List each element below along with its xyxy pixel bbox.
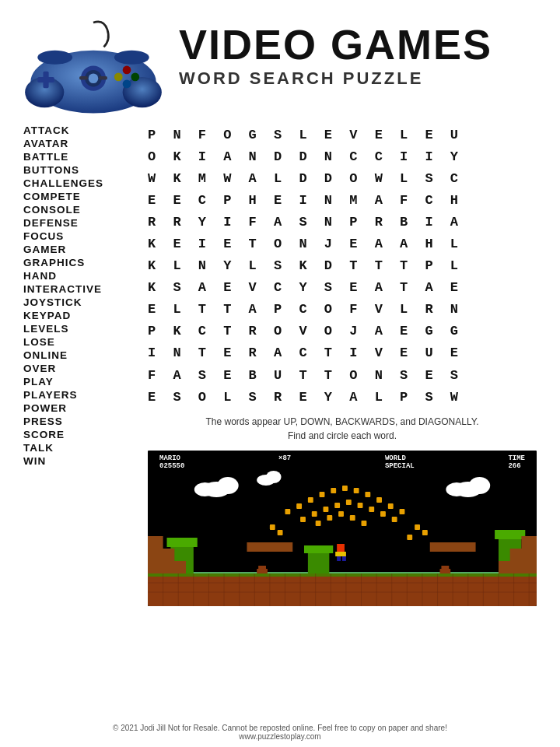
svg-rect-41 — [327, 515, 332, 521]
word-item: BUTTONS — [23, 164, 132, 176]
word-item: PLAYERS — [23, 389, 132, 401]
svg-point-9 — [131, 73, 139, 82]
header: VIDEO GAMES WORD SEARCH PUZZLE — [23, 16, 537, 117]
svg-rect-75 — [342, 556, 346, 561]
word-item: HAND — [23, 270, 132, 282]
svg-rect-32 — [312, 511, 317, 517]
grid-row: K L N Y L S K D T T T P L — [148, 255, 537, 277]
svg-point-14 — [37, 51, 72, 65]
svg-rect-33 — [323, 507, 328, 512]
svg-rect-61 — [521, 536, 537, 549]
svg-rect-23 — [320, 492, 325, 497]
word-item: INTERACTIVE — [23, 283, 132, 295]
word-item: CONSOLE — [23, 204, 132, 216]
word-item: ATTACK — [23, 124, 132, 136]
svg-rect-57 — [148, 549, 174, 561]
word-item: WIN — [23, 455, 132, 467]
grid-row: W K M W A L D D O W L S C — [148, 168, 537, 190]
mario-score: MARIO 025550 — [159, 454, 184, 470]
svg-point-68 — [469, 477, 490, 494]
game-scene: MARIO 025550 ×87 WORLD SPECIAL TIME 266 — [148, 451, 537, 606]
svg-rect-12 — [79, 76, 88, 79]
sub-title: WORD SEARCH PUZZLE — [179, 68, 492, 89]
svg-rect-43 — [350, 515, 355, 521]
svg-rect-55 — [304, 545, 333, 553]
svg-rect-20 — [285, 509, 290, 514]
svg-rect-22 — [308, 497, 313, 503]
svg-rect-39 — [392, 517, 397, 522]
word-item: PLAY — [23, 376, 132, 388]
svg-rect-79 — [439, 569, 450, 573]
word-item: AVATAR — [23, 138, 132, 149]
svg-rect-59 — [499, 561, 537, 573]
svg-point-66 — [194, 482, 215, 496]
word-item: LOSE — [23, 336, 132, 348]
grid-row: O K I A N D D N C C I I Y — [148, 146, 537, 168]
svg-rect-60 — [510, 549, 537, 561]
word-item: FOCUS — [23, 230, 132, 242]
svg-rect-24 — [331, 488, 336, 493]
word-item: BATTLE — [23, 151, 132, 163]
svg-rect-58 — [148, 536, 163, 549]
svg-rect-47 — [415, 524, 420, 530]
svg-point-65 — [217, 477, 238, 494]
svg-rect-29 — [388, 503, 394, 509]
svg-rect-45 — [270, 524, 275, 530]
grid-row: K S A E V C Y S E A T A E — [148, 277, 537, 299]
grid-row: F A S E B U T T O N S E S — [148, 365, 537, 387]
svg-rect-30 — [400, 509, 405, 514]
svg-point-8 — [123, 66, 131, 75]
puzzle-area: P N F O G S L E V E L E UO K I A N D D N… — [148, 124, 537, 606]
svg-rect-19 — [148, 573, 537, 577]
grid-row: R R Y I F A S N P R B I A — [148, 212, 537, 233]
word-search-grid: P N F O G S L E V E L E UO K I A N D D N… — [148, 124, 537, 409]
svg-rect-26 — [354, 488, 359, 493]
word-item: POWER — [23, 402, 132, 414]
main-title: VIDEO GAMES — [179, 23, 492, 65]
svg-point-10 — [123, 79, 131, 88]
svg-rect-37 — [369, 507, 374, 512]
svg-rect-38 — [380, 511, 386, 517]
word-item: COMPETE — [23, 191, 132, 202]
svg-rect-54 — [308, 550, 329, 573]
world-display: WORLD SPECIAL — [385, 454, 415, 470]
svg-rect-34 — [334, 503, 340, 508]
svg-rect-21 — [296, 503, 302, 509]
word-item: GRAPHICS — [23, 257, 132, 268]
word-item: GAMER — [23, 244, 132, 255]
svg-rect-28 — [376, 497, 382, 503]
svg-point-11 — [114, 73, 123, 82]
word-list: ATTACKAVATARBATTLEBUTTONSCHALLENGESCOMPE… — [23, 124, 132, 606]
svg-rect-51 — [167, 538, 198, 547]
word-item: SCORE — [23, 429, 132, 440]
svg-rect-40 — [316, 521, 321, 526]
title-block: VIDEO GAMES WORD SEARCH PUZZLE — [179, 16, 492, 89]
directions-text: The words appear UP, DOWN, BACKWARDS, an… — [148, 415, 537, 443]
svg-rect-31 — [300, 517, 306, 522]
grid-row: E L T T A P C O F V L R N — [148, 299, 537, 321]
grid-row: I N T E R A C T I V E U E — [148, 342, 537, 364]
svg-point-15 — [114, 51, 149, 65]
svg-point-69 — [446, 482, 467, 496]
svg-rect-62 — [247, 542, 292, 552]
svg-rect-46 — [278, 530, 283, 535]
coin-display: ×87 — [278, 454, 291, 470]
word-item: KEYPAD — [23, 310, 132, 321]
footer: © 2021 Jodi Jill Not for Resale. Cannot … — [0, 724, 560, 741]
grid-row: K E I E T O N J E A A H L — [148, 233, 537, 255]
svg-rect-17 — [148, 573, 537, 606]
svg-rect-74 — [337, 556, 341, 561]
svg-rect-63 — [430, 542, 476, 552]
svg-rect-4 — [37, 77, 54, 82]
svg-rect-25 — [342, 486, 348, 491]
svg-point-71 — [266, 471, 282, 483]
word-item: LEVELS — [23, 323, 132, 335]
grid-row: P K C T R O V O J A E G G — [148, 321, 537, 342]
svg-rect-49 — [407, 535, 412, 540]
svg-rect-35 — [346, 500, 352, 505]
svg-rect-48 — [422, 530, 428, 535]
svg-point-7 — [89, 73, 99, 83]
grid-row: E S O L S R E Y A L P S W — [148, 387, 537, 409]
word-item: JOYSTICK — [23, 296, 132, 308]
word-item: OVER — [23, 363, 132, 374]
